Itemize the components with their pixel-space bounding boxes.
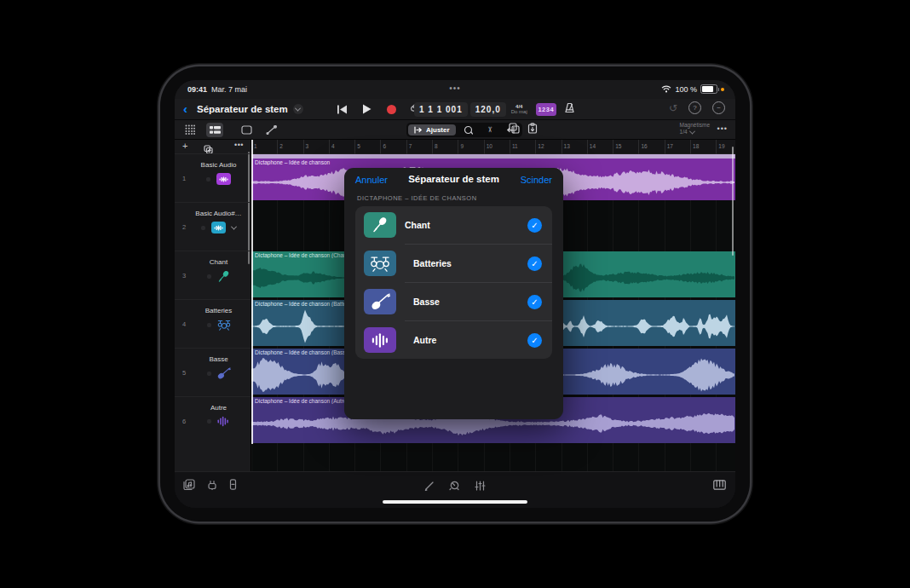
stem-row-chant[interactable]: Chant ✓ — [355, 206, 552, 244]
record-button[interactable] — [384, 102, 398, 116]
title-menu-chevron-icon[interactable] — [293, 104, 303, 114]
record-enable-dot[interactable] — [207, 419, 211, 424]
ruler-bar-number: 15 — [613, 140, 638, 153]
microphone-icon — [217, 270, 230, 283]
track-header-chant[interactable]: 3 Chant — [175, 251, 251, 299]
ruler-bar-number: 16 — [638, 140, 664, 153]
dialog-header: Annuler Séparateur de stem Scinder — [344, 168, 563, 191]
lcd-display[interactable]: 1 1 1 001 120,0 4/4 Do maj 1234 — [414, 101, 575, 117]
record-enable-dot[interactable] — [207, 323, 211, 327]
snap-setting[interactable]: Magnétisme 1/4 — [680, 122, 710, 135]
ruler-bar-number: 12 — [535, 140, 561, 153]
track-header-batteries[interactable]: 4 Batteries — [175, 299, 251, 348]
knob-icon[interactable] — [449, 479, 460, 494]
back-button[interactable]: ‹ — [183, 101, 187, 116]
track-header-more-button[interactable]: ••• — [234, 141, 244, 149]
copy-button[interactable] — [509, 122, 520, 137]
track-header-basic-audio-2[interactable]: 2 Basic Audio#… — [175, 202, 251, 251]
go-to-beginning-button[interactable] — [335, 102, 348, 116]
track-name: Basse — [188, 355, 249, 363]
count-in-button[interactable]: 1234 — [536, 103, 556, 116]
marquee-tool-icon[interactable] — [238, 123, 255, 137]
track-header-autre[interactable]: 6 Autre — [175, 396, 251, 445]
stem-label: Basse — [413, 297, 440, 307]
home-indicator[interactable] — [383, 500, 527, 504]
dialog-source-label: DICTAPHONE – IDÉE DE CHANSON — [357, 194, 563, 202]
toolbar-right-controls: ↺ ? − — [669, 101, 725, 114]
loop-tool-button[interactable] — [458, 124, 479, 135]
ruler-bar-number: 7 — [406, 140, 432, 153]
ruler-bar-number: 17 — [665, 140, 690, 153]
stem-row-batteries[interactable]: Batteries ✓ — [405, 244, 552, 282]
drums-icon — [217, 319, 231, 331]
metronome-button[interactable] — [564, 101, 575, 117]
add-track-button[interactable]: + — [182, 141, 187, 151]
equalizer-icon — [364, 327, 396, 353]
project-title[interactable]: Séparateur de stem — [197, 104, 303, 114]
checkmark-icon[interactable]: ✓ — [527, 218, 542, 233]
checkmark-icon[interactable]: ✓ — [527, 295, 542, 309]
record-enable-dot[interactable] — [201, 226, 205, 230]
stem-row-basse[interactable]: Basse ✓ — [405, 282, 552, 320]
ruler-bar-number: 1 — [251, 140, 277, 153]
view-tools — [181, 122, 279, 137]
track-number: 3 — [182, 272, 186, 280]
mixer-icon[interactable] — [475, 479, 486, 494]
system-minimize-button[interactable]: − — [712, 101, 725, 114]
project-title-label: Séparateur de stem — [197, 104, 288, 114]
stem-label: Autre — [413, 335, 436, 345]
split-button[interactable]: Scinder — [521, 175, 552, 185]
tracks-view-icon[interactable] — [206, 123, 223, 137]
checkmark-icon[interactable]: ✓ — [527, 257, 542, 271]
stem-label: Batteries — [413, 258, 452, 268]
playhead-position[interactable]: 1 1 1 001 — [414, 102, 468, 117]
ruler-bar-number: 2 — [277, 140, 302, 153]
ruler-bar-number: 4 — [329, 140, 354, 153]
audio-track-icon[interactable] — [211, 222, 226, 233]
ruler-bar-number: 5 — [354, 140, 380, 153]
undo-button[interactable]: ↺ — [669, 102, 677, 114]
audio-track-icon[interactable] — [216, 173, 231, 185]
bass-guitar-icon — [217, 367, 231, 379]
signature-key-display[interactable]: 4/4 Do maj — [509, 104, 530, 115]
track-name: Chant — [188, 258, 249, 266]
stem-row-autre[interactable]: Autre ✓ — [405, 320, 552, 359]
toolbar-more-button[interactable]: ••• — [717, 124, 728, 133]
help-button[interactable]: ? — [688, 101, 701, 114]
tempo-display[interactable]: 120,0 — [470, 102, 506, 117]
grid-view-icon[interactable] — [181, 123, 199, 137]
split-tool-button[interactable]: ✂ — [481, 124, 499, 135]
trim-mode-button[interactable]: Ajuster — [408, 124, 456, 135]
track-header-basic-audio[interactable]: 1 Basic Audio — [175, 153, 251, 202]
automation-tool-icon[interactable] — [262, 123, 279, 137]
snap-label: Magnétisme — [680, 122, 710, 129]
paste-button[interactable] — [527, 122, 538, 137]
battery-percent: 100 % — [675, 85, 697, 94]
record-enable-dot[interactable] — [206, 177, 210, 182]
playhead[interactable] — [251, 140, 253, 444]
play-button[interactable] — [360, 102, 373, 116]
ruler-bar-number: 14 — [587, 140, 613, 153]
multitasking-dots-icon[interactable]: ••• — [175, 84, 735, 93]
edit-mode-segments: Ajuster ✂ — [406, 123, 522, 137]
pencil-icon[interactable] — [424, 479, 435, 494]
main-toolbar: ‹ Séparateur de stem 1 1 1 0 — [175, 99, 735, 120]
stem-splitter-dialog: Annuler Séparateur de stem Scinder DICTA… — [344, 168, 563, 419]
record-enable-dot[interactable] — [207, 274, 211, 279]
bar-ruler[interactable]: 12345678910111213141516171819 — [251, 140, 735, 154]
track-header-basse[interactable]: 5 Basse — [175, 348, 251, 396]
ipad-device: 09:41 Mar. 7 mai ••• 100 % ‹ Séparateur … — [160, 66, 750, 522]
help-glyph: ? — [693, 105, 696, 112]
track-number: 6 — [182, 418, 186, 425]
ruler-bar-number: 8 — [432, 140, 458, 153]
track-number: 2 — [182, 223, 186, 231]
checkmark-icon[interactable]: ✓ — [527, 333, 542, 348]
track-header-column: + ••• 1 Basic Audio 2 Basic Audio# — [175, 140, 251, 472]
keyboard-button[interactable] — [713, 478, 726, 493]
workspace-scrollbar[interactable] — [732, 147, 734, 256]
stem-label: Chant — [405, 220, 430, 230]
equalizer-icon — [217, 416, 230, 427]
track-expand-chevron-icon[interactable] — [231, 223, 237, 229]
record-enable-dot[interactable] — [207, 372, 211, 376]
status-indicators: 100 % — [661, 84, 724, 94]
